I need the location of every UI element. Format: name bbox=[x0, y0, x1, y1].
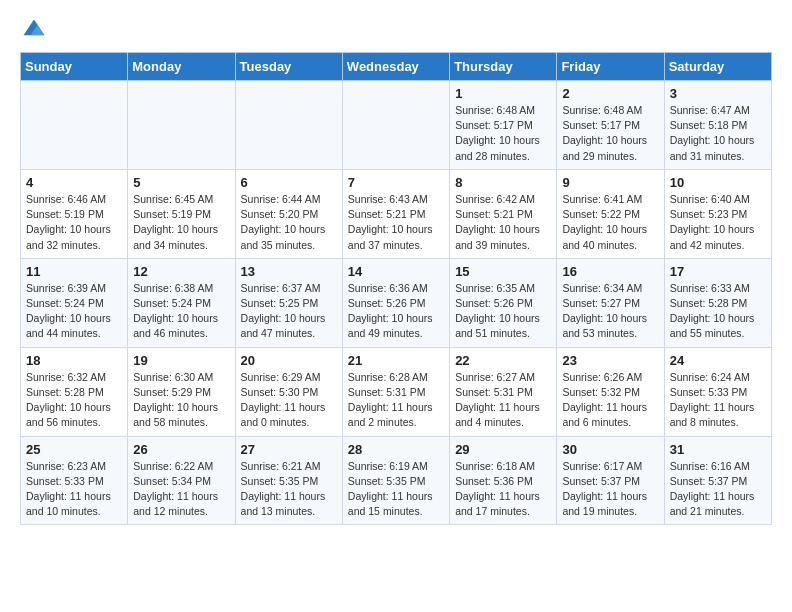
weekday-header-sunday: Sunday bbox=[21, 53, 128, 81]
day-info: Sunrise: 6:35 AM Sunset: 5:26 PM Dayligh… bbox=[455, 281, 551, 342]
day-number: 15 bbox=[455, 264, 551, 279]
calendar-week-3: 11Sunrise: 6:39 AM Sunset: 5:24 PM Dayli… bbox=[21, 258, 772, 347]
calendar-cell bbox=[21, 81, 128, 170]
weekday-header-thursday: Thursday bbox=[450, 53, 557, 81]
day-info: Sunrise: 6:38 AM Sunset: 5:24 PM Dayligh… bbox=[133, 281, 229, 342]
day-number: 24 bbox=[670, 353, 766, 368]
day-number: 30 bbox=[562, 442, 658, 457]
weekday-header-monday: Monday bbox=[128, 53, 235, 81]
calendar-cell: 6Sunrise: 6:44 AM Sunset: 5:20 PM Daylig… bbox=[235, 169, 342, 258]
calendar-cell: 21Sunrise: 6:28 AM Sunset: 5:31 PM Dayli… bbox=[342, 347, 449, 436]
day-number: 23 bbox=[562, 353, 658, 368]
calendar-cell: 17Sunrise: 6:33 AM Sunset: 5:28 PM Dayli… bbox=[664, 258, 771, 347]
day-number: 14 bbox=[348, 264, 444, 279]
calendar-cell: 18Sunrise: 6:32 AM Sunset: 5:28 PM Dayli… bbox=[21, 347, 128, 436]
calendar-cell: 14Sunrise: 6:36 AM Sunset: 5:26 PM Dayli… bbox=[342, 258, 449, 347]
day-number: 19 bbox=[133, 353, 229, 368]
day-info: Sunrise: 6:17 AM Sunset: 5:37 PM Dayligh… bbox=[562, 459, 658, 520]
day-info: Sunrise: 6:28 AM Sunset: 5:31 PM Dayligh… bbox=[348, 370, 444, 431]
calendar-cell: 4Sunrise: 6:46 AM Sunset: 5:19 PM Daylig… bbox=[21, 169, 128, 258]
day-number: 26 bbox=[133, 442, 229, 457]
day-number: 16 bbox=[562, 264, 658, 279]
day-info: Sunrise: 6:42 AM Sunset: 5:21 PM Dayligh… bbox=[455, 192, 551, 253]
calendar-cell: 22Sunrise: 6:27 AM Sunset: 5:31 PM Dayli… bbox=[450, 347, 557, 436]
day-number: 5 bbox=[133, 175, 229, 190]
calendar-table: SundayMondayTuesdayWednesdayThursdayFrid… bbox=[20, 52, 772, 525]
calendar-cell: 11Sunrise: 6:39 AM Sunset: 5:24 PM Dayli… bbox=[21, 258, 128, 347]
calendar-cell: 28Sunrise: 6:19 AM Sunset: 5:35 PM Dayli… bbox=[342, 436, 449, 525]
calendar-cell: 1Sunrise: 6:48 AM Sunset: 5:17 PM Daylig… bbox=[450, 81, 557, 170]
day-number: 3 bbox=[670, 86, 766, 101]
calendar-cell: 20Sunrise: 6:29 AM Sunset: 5:30 PM Dayli… bbox=[235, 347, 342, 436]
day-number: 27 bbox=[241, 442, 337, 457]
calendar-cell: 27Sunrise: 6:21 AM Sunset: 5:35 PM Dayli… bbox=[235, 436, 342, 525]
calendar-week-5: 25Sunrise: 6:23 AM Sunset: 5:33 PM Dayli… bbox=[21, 436, 772, 525]
logo-icon bbox=[20, 16, 48, 44]
calendar-cell: 5Sunrise: 6:45 AM Sunset: 5:19 PM Daylig… bbox=[128, 169, 235, 258]
day-info: Sunrise: 6:40 AM Sunset: 5:23 PM Dayligh… bbox=[670, 192, 766, 253]
calendar-cell: 3Sunrise: 6:47 AM Sunset: 5:18 PM Daylig… bbox=[664, 81, 771, 170]
calendar-cell bbox=[235, 81, 342, 170]
day-number: 29 bbox=[455, 442, 551, 457]
day-info: Sunrise: 6:47 AM Sunset: 5:18 PM Dayligh… bbox=[670, 103, 766, 164]
logo bbox=[20, 16, 52, 44]
day-info: Sunrise: 6:45 AM Sunset: 5:19 PM Dayligh… bbox=[133, 192, 229, 253]
day-info: Sunrise: 6:37 AM Sunset: 5:25 PM Dayligh… bbox=[241, 281, 337, 342]
day-number: 6 bbox=[241, 175, 337, 190]
calendar-cell: 2Sunrise: 6:48 AM Sunset: 5:17 PM Daylig… bbox=[557, 81, 664, 170]
day-info: Sunrise: 6:18 AM Sunset: 5:36 PM Dayligh… bbox=[455, 459, 551, 520]
calendar-cell: 24Sunrise: 6:24 AM Sunset: 5:33 PM Dayli… bbox=[664, 347, 771, 436]
day-info: Sunrise: 6:41 AM Sunset: 5:22 PM Dayligh… bbox=[562, 192, 658, 253]
calendar-cell: 9Sunrise: 6:41 AM Sunset: 5:22 PM Daylig… bbox=[557, 169, 664, 258]
day-info: Sunrise: 6:33 AM Sunset: 5:28 PM Dayligh… bbox=[670, 281, 766, 342]
day-number: 21 bbox=[348, 353, 444, 368]
calendar-week-2: 4Sunrise: 6:46 AM Sunset: 5:19 PM Daylig… bbox=[21, 169, 772, 258]
day-number: 20 bbox=[241, 353, 337, 368]
day-info: Sunrise: 6:48 AM Sunset: 5:17 PM Dayligh… bbox=[455, 103, 551, 164]
day-info: Sunrise: 6:24 AM Sunset: 5:33 PM Dayligh… bbox=[670, 370, 766, 431]
day-info: Sunrise: 6:29 AM Sunset: 5:30 PM Dayligh… bbox=[241, 370, 337, 431]
day-info: Sunrise: 6:27 AM Sunset: 5:31 PM Dayligh… bbox=[455, 370, 551, 431]
day-info: Sunrise: 6:26 AM Sunset: 5:32 PM Dayligh… bbox=[562, 370, 658, 431]
calendar-cell: 16Sunrise: 6:34 AM Sunset: 5:27 PM Dayli… bbox=[557, 258, 664, 347]
calendar-cell: 10Sunrise: 6:40 AM Sunset: 5:23 PM Dayli… bbox=[664, 169, 771, 258]
weekday-header-friday: Friday bbox=[557, 53, 664, 81]
header bbox=[20, 16, 772, 44]
calendar-cell: 30Sunrise: 6:17 AM Sunset: 5:37 PM Dayli… bbox=[557, 436, 664, 525]
calendar-cell: 31Sunrise: 6:16 AM Sunset: 5:37 PM Dayli… bbox=[664, 436, 771, 525]
day-info: Sunrise: 6:48 AM Sunset: 5:17 PM Dayligh… bbox=[562, 103, 658, 164]
calendar-cell: 23Sunrise: 6:26 AM Sunset: 5:32 PM Dayli… bbox=[557, 347, 664, 436]
day-number: 8 bbox=[455, 175, 551, 190]
calendar-cell bbox=[128, 81, 235, 170]
day-number: 11 bbox=[26, 264, 122, 279]
day-info: Sunrise: 6:30 AM Sunset: 5:29 PM Dayligh… bbox=[133, 370, 229, 431]
day-info: Sunrise: 6:46 AM Sunset: 5:19 PM Dayligh… bbox=[26, 192, 122, 253]
day-info: Sunrise: 6:16 AM Sunset: 5:37 PM Dayligh… bbox=[670, 459, 766, 520]
day-number: 10 bbox=[670, 175, 766, 190]
calendar-cell: 8Sunrise: 6:42 AM Sunset: 5:21 PM Daylig… bbox=[450, 169, 557, 258]
day-info: Sunrise: 6:44 AM Sunset: 5:20 PM Dayligh… bbox=[241, 192, 337, 253]
day-number: 4 bbox=[26, 175, 122, 190]
day-number: 13 bbox=[241, 264, 337, 279]
day-number: 31 bbox=[670, 442, 766, 457]
day-info: Sunrise: 6:19 AM Sunset: 5:35 PM Dayligh… bbox=[348, 459, 444, 520]
weekday-header-wednesday: Wednesday bbox=[342, 53, 449, 81]
calendar-week-4: 18Sunrise: 6:32 AM Sunset: 5:28 PM Dayli… bbox=[21, 347, 772, 436]
day-number: 12 bbox=[133, 264, 229, 279]
day-info: Sunrise: 6:43 AM Sunset: 5:21 PM Dayligh… bbox=[348, 192, 444, 253]
day-info: Sunrise: 6:32 AM Sunset: 5:28 PM Dayligh… bbox=[26, 370, 122, 431]
day-info: Sunrise: 6:34 AM Sunset: 5:27 PM Dayligh… bbox=[562, 281, 658, 342]
day-number: 28 bbox=[348, 442, 444, 457]
calendar-cell: 12Sunrise: 6:38 AM Sunset: 5:24 PM Dayli… bbox=[128, 258, 235, 347]
day-info: Sunrise: 6:21 AM Sunset: 5:35 PM Dayligh… bbox=[241, 459, 337, 520]
calendar-week-1: 1Sunrise: 6:48 AM Sunset: 5:17 PM Daylig… bbox=[21, 81, 772, 170]
weekday-header-saturday: Saturday bbox=[664, 53, 771, 81]
day-number: 22 bbox=[455, 353, 551, 368]
weekday-header-row: SundayMondayTuesdayWednesdayThursdayFrid… bbox=[21, 53, 772, 81]
calendar-cell bbox=[342, 81, 449, 170]
day-info: Sunrise: 6:22 AM Sunset: 5:34 PM Dayligh… bbox=[133, 459, 229, 520]
calendar-cell: 26Sunrise: 6:22 AM Sunset: 5:34 PM Dayli… bbox=[128, 436, 235, 525]
day-number: 17 bbox=[670, 264, 766, 279]
calendar-cell: 25Sunrise: 6:23 AM Sunset: 5:33 PM Dayli… bbox=[21, 436, 128, 525]
day-info: Sunrise: 6:39 AM Sunset: 5:24 PM Dayligh… bbox=[26, 281, 122, 342]
